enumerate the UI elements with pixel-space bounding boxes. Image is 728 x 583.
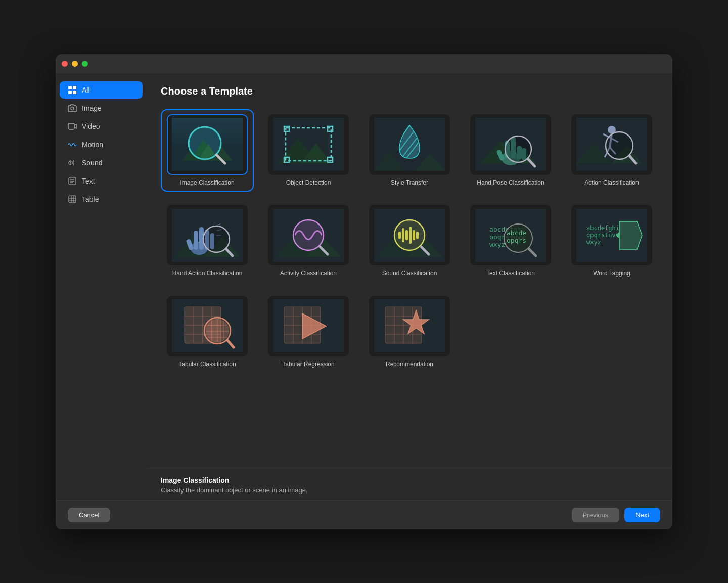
sidebar-item-video[interactable]: Video (60, 118, 143, 135)
template-icon-word-tagging: abcdefghi opqrstuvv wxyz (571, 205, 652, 265)
svg-rect-1 (73, 86, 76, 89)
template-icon-sound-classification (369, 205, 450, 265)
svg-rect-68 (194, 231, 198, 250)
buttons-bar: Cancel Previous Next (56, 500, 672, 529)
sidebar-item-image[interactable]: Image (60, 100, 143, 117)
templates-grid: Image Classification (147, 105, 672, 468)
grid-icon (68, 85, 77, 95)
template-label-hand-pose-classification: Hand Pose Classification (477, 179, 544, 187)
sidebar-item-motion[interactable]: Motion (60, 136, 143, 153)
sidebar-item-all[interactable]: All (60, 81, 143, 99)
template-icon-hand-action-classification (167, 205, 248, 265)
template-text-classification[interactable]: abcdefghi opqrstuvv wxyz abcde (464, 200, 557, 283)
template-icon-action-classification (571, 114, 652, 175)
maximize-button[interactable] (82, 61, 88, 67)
template-tabular-classification[interactable]: Tabular Classification (161, 291, 254, 374)
camera-icon (68, 104, 77, 113)
svg-rect-11 (69, 196, 76, 203)
template-label-word-tagging: Word Tagging (593, 270, 630, 278)
close-button[interactable] (62, 61, 68, 67)
template-icon-tabular-classification (167, 296, 248, 356)
template-label-sound-classification: Sound Classification (382, 270, 437, 278)
template-object-detection[interactable]: Object Detection (262, 109, 355, 192)
previous-button[interactable]: Previous (572, 508, 620, 522)
template-label-style-transfer: Style Transfer (391, 179, 428, 187)
template-hand-action-classification[interactable]: Hand Action Classification (161, 200, 254, 283)
template-label-recommendation: Recommendation (386, 361, 433, 369)
sidebar-label-sound: Sound (82, 159, 102, 167)
template-label-tabular-regression: Tabular Regression (282, 361, 334, 369)
template-icon-style-transfer (369, 114, 450, 175)
sidebar-label-table: Table (82, 195, 99, 203)
svg-text:abcde: abcde (507, 229, 526, 237)
template-icon-text-classification: abcdefghi opqrstuvv wxyz abcde (470, 205, 551, 265)
svg-rect-89 (398, 232, 401, 239)
video-icon (68, 122, 77, 131)
motion-icon (68, 140, 77, 149)
sidebar-item-text[interactable]: Text (60, 172, 143, 190)
template-action-classification[interactable]: Action Classification (565, 109, 658, 192)
svg-marker-109 (619, 221, 642, 249)
cancel-button[interactable]: Cancel (68, 508, 110, 522)
template-label-image-classification: Image Classification (180, 179, 234, 187)
template-sound-classification[interactable]: Sound Classification (363, 200, 456, 283)
svg-point-81 (293, 220, 324, 250)
svg-rect-91 (405, 230, 408, 240)
sidebar: All Image Video (56, 73, 147, 500)
template-label-object-detection: Object Detection (286, 179, 331, 187)
template-label-text-classification: Text Classification (486, 270, 535, 278)
svg-rect-92 (409, 227, 412, 244)
template-icon-activity-classification (268, 205, 349, 265)
template-label-action-classification: Action Classification (584, 179, 639, 187)
svg-point-4 (71, 107, 74, 110)
svg-text:opqrstuvv: opqrstuvv (586, 232, 619, 239)
svg-rect-2 (68, 91, 72, 94)
template-hand-pose-classification[interactable]: Hand Pose Classification (464, 109, 557, 192)
template-label-tabular-classification: Tabular Classification (178, 361, 236, 369)
minimize-button[interactable] (72, 61, 78, 67)
template-image-classification[interactable]: Image Classification (161, 109, 254, 192)
title-bar (56, 54, 672, 73)
svg-rect-94 (416, 232, 419, 239)
content-header: Choose a Template (147, 73, 672, 105)
svg-text:wxyz: wxyz (489, 241, 505, 248)
next-button[interactable]: Next (624, 508, 660, 522)
sidebar-label-image: Image (82, 104, 102, 112)
svg-text:wxyz: wxyz (586, 239, 601, 246)
main-area: All Image Video (56, 73, 672, 500)
template-icon-tabular-regression (268, 296, 349, 356)
template-recommendation[interactable]: Recommendation (363, 291, 456, 374)
app-window: All Image Video (56, 54, 672, 529)
template-label-activity-classification: Activity Classification (280, 270, 337, 278)
svg-rect-0 (68, 86, 72, 89)
right-buttons: Previous Next (572, 508, 660, 522)
svg-rect-93 (413, 230, 415, 240)
template-tabular-regression[interactable]: Tabular Regression (262, 291, 355, 374)
sidebar-item-sound[interactable]: Sound (60, 154, 143, 171)
sound-icon (68, 158, 77, 167)
text-icon (68, 176, 77, 186)
svg-rect-90 (402, 228, 404, 242)
svg-rect-5 (68, 123, 74, 129)
svg-text:opqrs: opqrs (507, 237, 526, 244)
sidebar-label-motion: Motion (82, 141, 103, 149)
page-title: Choose a Template (161, 85, 658, 97)
template-icon-hand-pose-classification (470, 114, 551, 175)
template-word-tagging[interactable]: abcdefghi opqrstuvv wxyz Word Tagging (565, 200, 658, 283)
template-icon-recommendation (369, 296, 450, 356)
sidebar-label-video: Video (82, 122, 100, 130)
sidebar-item-table[interactable]: Table (60, 191, 143, 208)
svg-rect-3 (73, 91, 76, 94)
template-activity-classification[interactable]: Activity Classification (262, 200, 355, 283)
footer-selected-title: Image Classification (161, 476, 658, 484)
table-icon (68, 195, 77, 204)
sidebar-label-text: Text (82, 177, 95, 185)
template-icon-image-classification (167, 114, 248, 175)
svg-marker-6 (69, 161, 71, 165)
content-area: Choose a Template (147, 73, 672, 500)
footer-selected-desc: Classify the dominant object or scene in… (161, 486, 658, 494)
template-icon-object-detection (268, 114, 349, 175)
sidebar-label-all: All (82, 86, 90, 94)
svg-text:abcdefghi: abcdefghi (586, 225, 619, 232)
template-style-transfer[interactable]: Style Transfer (363, 109, 456, 192)
